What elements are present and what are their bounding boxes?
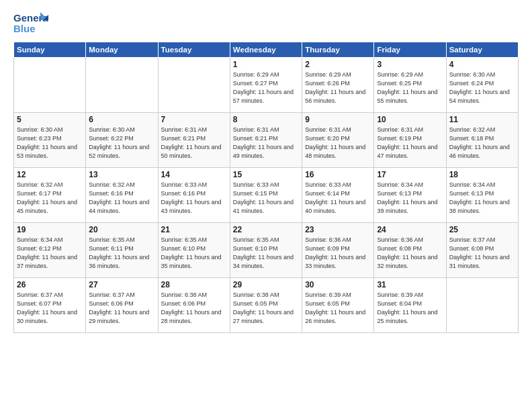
day-info: Sunrise: 6:35 AMSunset: 6:10 PMDaylight:… [161, 236, 227, 271]
calendar-week-row: 5Sunrise: 6:30 AMSunset: 6:23 PMDaylight… [14, 113, 519, 168]
calendar-cell: 7Sunrise: 6:31 AMSunset: 6:21 PMDaylight… [158, 113, 230, 168]
calendar-cell [158, 58, 230, 113]
calendar-cell: 28Sunrise: 6:38 AMSunset: 6:06 PMDayligh… [158, 278, 230, 333]
day-number: 1 [233, 60, 299, 69]
calendar-cell: 26Sunrise: 6:37 AMSunset: 6:07 PMDayligh… [14, 278, 86, 333]
day-info: Sunrise: 6:31 AMSunset: 6:21 PMDaylight:… [161, 126, 227, 161]
day-info: Sunrise: 6:34 AMSunset: 6:13 PMDaylight:… [449, 181, 515, 216]
calendar-week-row: 12Sunrise: 6:32 AMSunset: 6:17 PMDayligh… [14, 168, 519, 223]
calendar-cell: 3Sunrise: 6:29 AMSunset: 6:25 PMDaylight… [374, 58, 446, 113]
day-info: Sunrise: 6:30 AMSunset: 6:24 PMDaylight:… [449, 71, 515, 105]
calendar-cell [446, 278, 518, 333]
calendar-cell: 19Sunrise: 6:34 AMSunset: 6:12 PMDayligh… [14, 223, 86, 278]
svg-text:Blue: Blue [13, 23, 36, 34]
weekday-header-tuesday: Tuesday [158, 42, 230, 58]
logo-icon: GeneralBlue [13, 11, 48, 36]
day-number: 10 [377, 115, 443, 124]
day-info: Sunrise: 6:31 AMSunset: 6:19 PMDaylight:… [377, 126, 443, 161]
calendar-cell: 13Sunrise: 6:32 AMSunset: 6:16 PMDayligh… [86, 168, 158, 223]
day-info: Sunrise: 6:32 AMSunset: 6:17 PMDaylight:… [17, 181, 83, 216]
calendar: SundayMondayTuesdayWednesdayThursdayFrid… [13, 42, 519, 333]
day-info: Sunrise: 6:33 AMSunset: 6:14 PMDaylight:… [305, 181, 371, 216]
calendar-cell: 27Sunrise: 6:37 AMSunset: 6:06 PMDayligh… [86, 278, 158, 333]
day-info: Sunrise: 6:35 AMSunset: 6:11 PMDaylight:… [89, 236, 154, 271]
day-number: 29 [233, 280, 299, 289]
day-number: 7 [161, 115, 227, 124]
day-info: Sunrise: 6:29 AMSunset: 6:25 PMDaylight:… [377, 71, 443, 105]
day-number: 20 [89, 225, 154, 234]
day-number: 25 [449, 225, 515, 234]
day-number: 31 [377, 280, 443, 289]
day-info: Sunrise: 6:34 AMSunset: 6:12 PMDaylight:… [17, 236, 83, 271]
day-number: 13 [89, 170, 154, 179]
calendar-cell: 8Sunrise: 6:31 AMSunset: 6:21 PMDaylight… [230, 113, 302, 168]
calendar-cell: 10Sunrise: 6:31 AMSunset: 6:19 PMDayligh… [374, 113, 446, 168]
calendar-cell: 11Sunrise: 6:32 AMSunset: 6:18 PMDayligh… [446, 113, 518, 168]
day-info: Sunrise: 6:30 AMSunset: 6:23 PMDaylight:… [17, 126, 83, 161]
day-info: Sunrise: 6:37 AMSunset: 6:08 PMDaylight:… [449, 236, 515, 271]
day-info: Sunrise: 6:30 AMSunset: 6:22 PMDaylight:… [89, 126, 154, 161]
day-number: 30 [305, 280, 371, 289]
day-number: 3 [377, 60, 443, 69]
calendar-week-row: 1Sunrise: 6:29 AMSunset: 6:27 PMDaylight… [14, 58, 519, 113]
calendar-cell [86, 58, 158, 113]
day-number: 2 [305, 60, 371, 69]
day-info: Sunrise: 6:29 AMSunset: 6:26 PMDaylight:… [305, 71, 371, 105]
calendar-cell: 9Sunrise: 6:31 AMSunset: 6:20 PMDaylight… [302, 113, 374, 168]
weekday-header-thursday: Thursday [302, 42, 374, 58]
weekday-header-row: SundayMondayTuesdayWednesdayThursdayFrid… [14, 42, 519, 58]
day-info: Sunrise: 6:35 AMSunset: 6:10 PMDaylight:… [233, 236, 299, 271]
calendar-cell: 2Sunrise: 6:29 AMSunset: 6:26 PMDaylight… [302, 58, 374, 113]
calendar-week-row: 26Sunrise: 6:37 AMSunset: 6:07 PMDayligh… [14, 278, 519, 333]
day-number: 6 [89, 115, 154, 124]
calendar-week-row: 19Sunrise: 6:34 AMSunset: 6:12 PMDayligh… [14, 223, 519, 278]
day-info: Sunrise: 6:32 AMSunset: 6:16 PMDaylight:… [89, 181, 154, 216]
day-number: 28 [161, 280, 227, 289]
calendar-cell [14, 58, 86, 113]
calendar-cell: 12Sunrise: 6:32 AMSunset: 6:17 PMDayligh… [14, 168, 86, 223]
day-info: Sunrise: 6:38 AMSunset: 6:06 PMDaylight:… [161, 291, 227, 326]
calendar-cell: 17Sunrise: 6:34 AMSunset: 6:13 PMDayligh… [374, 168, 446, 223]
day-info: Sunrise: 6:39 AMSunset: 6:04 PMDaylight:… [377, 291, 443, 326]
calendar-cell: 4Sunrise: 6:30 AMSunset: 6:24 PMDaylight… [446, 58, 518, 113]
day-number: 14 [161, 170, 227, 179]
header: GeneralBlue [13, 11, 519, 36]
day-number: 9 [305, 115, 371, 124]
day-info: Sunrise: 6:33 AMSunset: 6:16 PMDaylight:… [161, 181, 227, 216]
calendar-cell: 1Sunrise: 6:29 AMSunset: 6:27 PMDaylight… [230, 58, 302, 113]
calendar-cell: 21Sunrise: 6:35 AMSunset: 6:10 PMDayligh… [158, 223, 230, 278]
page: GeneralBlue SundayMondayTuesdayWednesday… [0, 0, 532, 411]
day-info: Sunrise: 6:29 AMSunset: 6:27 PMDaylight:… [233, 71, 299, 105]
day-number: 27 [89, 280, 154, 289]
calendar-cell: 30Sunrise: 6:39 AMSunset: 6:05 PMDayligh… [302, 278, 374, 333]
day-number: 4 [449, 60, 515, 69]
day-info: Sunrise: 6:38 AMSunset: 6:05 PMDaylight:… [233, 291, 299, 326]
calendar-cell: 20Sunrise: 6:35 AMSunset: 6:11 PMDayligh… [86, 223, 158, 278]
weekday-header-monday: Monday [86, 42, 158, 58]
calendar-cell: 14Sunrise: 6:33 AMSunset: 6:16 PMDayligh… [158, 168, 230, 223]
day-info: Sunrise: 6:36 AMSunset: 6:08 PMDaylight:… [377, 236, 443, 271]
day-number: 8 [233, 115, 299, 124]
day-number: 5 [17, 115, 83, 124]
day-number: 19 [17, 225, 83, 234]
day-number: 15 [233, 170, 299, 179]
day-number: 18 [449, 170, 515, 179]
day-info: Sunrise: 6:37 AMSunset: 6:06 PMDaylight:… [89, 291, 154, 326]
day-info: Sunrise: 6:31 AMSunset: 6:21 PMDaylight:… [233, 126, 299, 161]
day-info: Sunrise: 6:33 AMSunset: 6:15 PMDaylight:… [233, 181, 299, 216]
logo: GeneralBlue [13, 11, 48, 36]
day-info: Sunrise: 6:36 AMSunset: 6:09 PMDaylight:… [305, 236, 371, 271]
day-info: Sunrise: 6:37 AMSunset: 6:07 PMDaylight:… [17, 291, 83, 326]
day-info: Sunrise: 6:34 AMSunset: 6:13 PMDaylight:… [377, 181, 443, 216]
calendar-cell: 15Sunrise: 6:33 AMSunset: 6:15 PMDayligh… [230, 168, 302, 223]
day-number: 22 [233, 225, 299, 234]
day-number: 11 [449, 115, 515, 124]
calendar-cell: 18Sunrise: 6:34 AMSunset: 6:13 PMDayligh… [446, 168, 518, 223]
weekday-header-friday: Friday [374, 42, 446, 58]
day-number: 21 [161, 225, 227, 234]
calendar-cell: 5Sunrise: 6:30 AMSunset: 6:23 PMDaylight… [14, 113, 86, 168]
day-number: 16 [305, 170, 371, 179]
calendar-cell: 22Sunrise: 6:35 AMSunset: 6:10 PMDayligh… [230, 223, 302, 278]
calendar-cell: 29Sunrise: 6:38 AMSunset: 6:05 PMDayligh… [230, 278, 302, 333]
day-info: Sunrise: 6:39 AMSunset: 6:05 PMDaylight:… [305, 291, 371, 326]
